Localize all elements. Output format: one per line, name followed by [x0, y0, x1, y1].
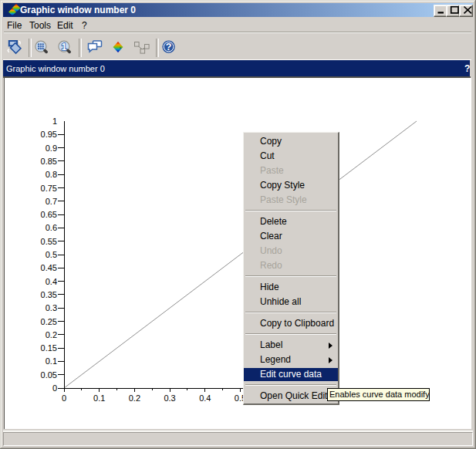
svg-text:?: ?	[166, 42, 172, 52]
svg-text:0.55: 0.55	[41, 237, 57, 246]
svg-text:0.2: 0.2	[46, 330, 57, 339]
svg-text:0.25: 0.25	[41, 317, 57, 326]
svg-text:0.45: 0.45	[41, 263, 57, 272]
svg-text:0.65: 0.65	[41, 210, 57, 219]
svg-text:0.85: 0.85	[41, 157, 57, 166]
svg-text:0.3: 0.3	[46, 303, 57, 312]
svg-text:0.8: 0.8	[46, 170, 57, 179]
svg-text:0.1: 0.1	[46, 356, 57, 366]
svg-text:0.6: 0.6	[46, 223, 57, 232]
svg-text:0.1: 0.1	[93, 393, 105, 403]
svg-text:0.15: 0.15	[41, 343, 57, 353]
svg-text:0.3: 0.3	[164, 393, 175, 403]
svg-text:0.35: 0.35	[41, 290, 57, 299]
svg-text:0.75: 0.75	[41, 184, 57, 193]
svg-text:0: 0	[62, 393, 66, 403]
svg-text:0.05: 0.05	[41, 370, 57, 380]
svg-text:0.2: 0.2	[129, 393, 140, 403]
svg-text:0.95: 0.95	[41, 130, 57, 139]
svg-text:1: 1	[61, 42, 66, 52]
svg-text:0.5: 0.5	[46, 250, 57, 259]
svg-text:0.9: 0.9	[46, 143, 57, 153]
svg-text:0: 0	[52, 383, 57, 393]
svg-text:0.7: 0.7	[46, 197, 57, 206]
svg-text:0.4: 0.4	[199, 393, 211, 403]
svg-text:1: 1	[52, 116, 57, 126]
svg-text:0.4: 0.4	[46, 277, 57, 286]
